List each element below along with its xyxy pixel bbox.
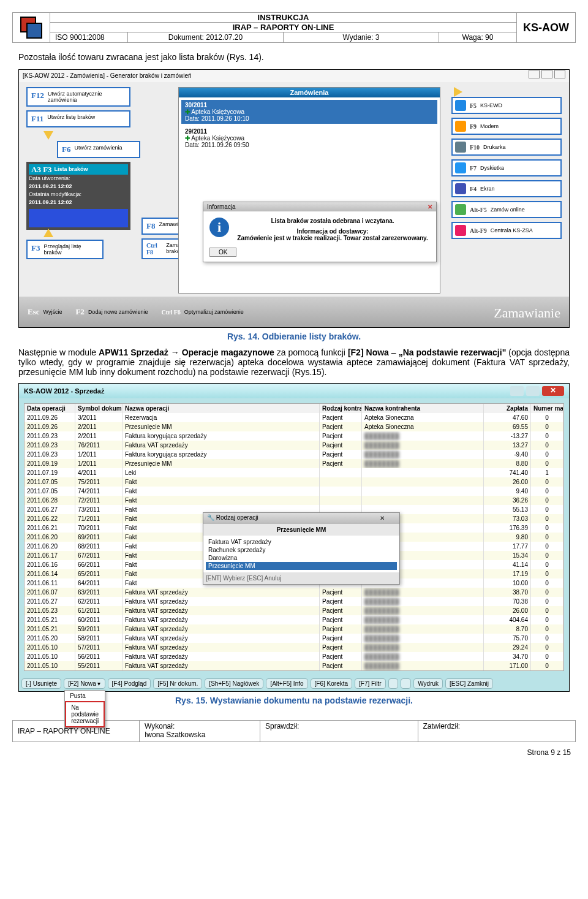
header-wydanie: Wydanie: 3 — [284, 32, 439, 42]
close-icon[interactable]: ✕ — [428, 203, 432, 210]
caption-1: Rys. 14. Odbieranie listy braków. — [18, 332, 570, 341]
toolbar-btn-10[interactable]: Wydruk — [413, 678, 443, 689]
operation-option[interactable]: Darowizna — [206, 554, 397, 562]
window-title: [KS-AOW 2012 - Zamówienia] - Generator b… — [23, 70, 192, 82]
operation-option[interactable]: Przesunięcie MM — [206, 562, 397, 570]
screenshot-sprzedaz: KS-AOW 2012 - Sprzedaż ✕ Data operacjiSy… — [18, 383, 570, 692]
col-header[interactable]: Nazwa operacji — [123, 404, 320, 413]
table-row[interactable]: 2011.05.2058/2011Faktura VAT sprzedażyPa… — [24, 634, 564, 643]
f12-button[interactable]: F12 Utwórz automatycznie zamówienia — [26, 87, 130, 107]
page-header: INSTRUKCJA IRAP – RAPORTY ON-LINE ISO 90… — [12, 12, 576, 43]
table-row[interactable]: 2011.09.263/2011RezerwacjaPacjentApteka … — [24, 413, 564, 422]
toolbar-btn-9[interactable] — [401, 678, 411, 689]
table-row[interactable]: 2011.07.0575/2011Fakt26.000 — [24, 477, 564, 487]
right-action-1[interactable]: F9Modem — [451, 118, 562, 135]
col-header[interactable]: Zapłata — [484, 404, 531, 413]
table-row[interactable]: 2011.06.0763/2011Faktura VAT sprzedażyPa… — [24, 588, 564, 597]
f6-button[interactable]: F6 Utwórz zamówienia — [57, 141, 140, 158]
toolbar-btn-0[interactable]: [-] Usunięte — [21, 678, 61, 689]
table-row[interactable]: 2011.05.1056/2011Faktura VAT sprzedażyPa… — [24, 652, 564, 661]
page-number: Strona 9 z 15 — [0, 748, 571, 757]
operation-option[interactable]: Rachunek sprzedaży — [206, 546, 397, 554]
ctrl-f6-button[interactable]: Ctrl F6Optymalizuj zamówienie — [161, 309, 243, 316]
table-row[interactable]: 2011.09.231/2011Faktura korygująca sprze… — [24, 450, 564, 459]
table-row[interactable]: 2011.05.2159/2011Faktura VAT sprzedażyPa… — [24, 624, 564, 634]
table-row[interactable]: 2011.09.191/2011Przesunięcie MMPacjent██… — [24, 459, 564, 468]
col-header[interactable]: Rodzaj kontrah. — [320, 404, 362, 413]
table-row[interactable]: 2011.05.2762/2011Faktura VAT sprzedażyPa… — [24, 597, 564, 606]
brand-text: Zamawianie — [494, 305, 560, 321]
menu-item[interactable]: Na podstawie rezerwacji — [65, 701, 105, 727]
esc-button[interactable]: EscWyjście — [28, 307, 62, 317]
f3-button[interactable]: F3 Przeglądaj listę braków — [26, 240, 104, 259]
table-row[interactable]: 2011.07.194/2011Leki741.401 — [24, 468, 564, 477]
ok-button[interactable]: OK — [209, 248, 236, 257]
right-action-2[interactable]: F10Drukarka — [451, 138, 562, 156]
screenshot-generator: [KS-AOW 2012 - Zamówienia] - Generator b… — [18, 69, 570, 328]
f3-block: F3 Przeglądaj listę braków — [26, 229, 104, 263]
toolbar-btn-8[interactable] — [388, 678, 399, 689]
toolbar-btn-4[interactable]: [Sh+F5] Nagłówek — [205, 678, 263, 689]
table-row[interactable]: 2011.05.1057/2011Faktura VAT sprzedażyPa… — [24, 643, 564, 652]
col-header[interactable]: Numer magaz. — [531, 404, 564, 413]
table-row[interactable]: 2011.05.2160/2011Faktura VAT sprzedażyPa… — [24, 615, 564, 624]
info-icon: i — [209, 218, 229, 237]
col-header[interactable]: Symbol dokumentu — [75, 404, 123, 413]
window-buttons-2[interactable]: ✕ — [510, 384, 564, 398]
toolbar-btn-7[interactable]: [F7] Filtr — [355, 678, 386, 689]
f2-menu: PustaNa podstawie rezerwacji — [64, 690, 105, 728]
right-action-5[interactable]: Alt-F5Zamów online — [451, 201, 562, 218]
right-action-6[interactable]: Alt-F9Centrala KS-ZSA — [451, 222, 562, 239]
orders-pane: Zamówienia 30/2011 ✚ Apteka Księżycowa D… — [178, 87, 440, 294]
header-waga: Waga: 90 — [439, 32, 516, 42]
rodzaj-operacji-dialog: 🔧 Rodzaj operacji✕ Przesunięcie MM Faktu… — [203, 512, 400, 585]
table-row[interactable]: 2011.09.2376/2011Faktura VAT sprzedażyPa… — [24, 441, 564, 450]
col-header[interactable]: Data operacji — [24, 404, 75, 413]
table-row[interactable]: 2011.09.262/2011Przesunięcie MMPacjentAp… — [24, 422, 564, 431]
operation-option[interactable]: Faktura VAT sprzedaży — [206, 538, 397, 546]
arrow-right-icon — [454, 87, 462, 97]
f11-button[interactable]: F11 Utwórz listę braków — [26, 110, 130, 127]
window-titlebar-2: KS-AOW 2012 - Sprzedaż ✕ — [19, 384, 569, 398]
arrow-up-icon — [43, 229, 53, 237]
f2-nowa-button[interactable]: [F2] Nowa ▾PustaNa podstawie rezerwacji — [64, 678, 105, 689]
paragraph-intro: Pozostała ilość towaru zwracana jest jak… — [18, 52, 570, 62]
header-line2: IRAP – RAPORTY ON-LINE — [50, 23, 516, 32]
bottom-bar: EscWyjście F2Dodaj nowe zamówienie Ctrl … — [19, 297, 569, 327]
bottom-toolbar: [-] Usunięte[F2] Nowa ▾PustaNa podstawie… — [19, 676, 569, 691]
order-2[interactable]: 29/2011 ✚ Apteka Księżycowa Data: 2011.0… — [181, 126, 437, 150]
f2-add-button[interactable]: F2Dodaj nowe zamówienie — [75, 307, 148, 317]
logo — [13, 13, 50, 42]
close-icon[interactable]: ✕ — [542, 386, 564, 396]
toolbar-btn-11[interactable]: [ESC] Zamknij — [445, 678, 493, 689]
header-dokument: Dokument: 2012.07.20 — [128, 32, 284, 42]
close-icon[interactable]: ✕ — [380, 514, 396, 523]
table-row[interactable]: 2011.07.0574/2011Fakt9.400 — [24, 487, 564, 496]
orders-title: Zamówienia — [179, 88, 440, 97]
toolbar-btn-3[interactable]: [F5] Nr dokum. — [153, 678, 202, 689]
window-titlebar: [KS-AOW 2012 - Zamówienia] - Generator b… — [19, 70, 569, 83]
table-row[interactable]: 2011.09.232/2011Faktura korygująca sprze… — [24, 431, 564, 441]
window-buttons[interactable] — [527, 70, 565, 82]
right-action-4[interactable]: F4Ekran — [451, 180, 562, 197]
toolbar-btn-2[interactable]: [F4] Podgląd — [108, 678, 151, 689]
table-row[interactable]: 2011.05.1055/2011Faktura VAT sprzedażyPa… — [24, 661, 564, 670]
right-actions: F5KS-EWDF9ModemF10DrukarkaF7DyskietkaF4E… — [451, 87, 562, 243]
header-ks: KS-AOW — [516, 13, 575, 42]
col-header[interactable]: Nazwa kontrahenta — [362, 404, 484, 413]
toolbar-btn-6[interactable]: [F6] Korekta — [311, 678, 352, 689]
right-action-0[interactable]: F5KS-EWD — [451, 97, 562, 114]
menu-item[interactable]: Pusta — [65, 691, 105, 701]
table-row[interactable]: 2011.06.2872/2011Fakt36.260 — [24, 496, 564, 505]
toolbar-btn-5[interactable]: [Alt+F5] Info — [266, 678, 307, 689]
header-line1: INSTRUKCJA — [50, 13, 516, 23]
header-iso: ISO 9001:2008 — [50, 32, 128, 42]
table-row[interactable]: 2011.05.2361/2011Faktura VAT sprzedażyPa… — [24, 606, 564, 615]
lista-brakow-panel: A3 F3Lista braków Data utworzenia: 2011.… — [26, 162, 130, 230]
order-1[interactable]: 30/2011 ✚ Apteka Księżycowa Data: 2011.0… — [181, 100, 437, 124]
paragraph-2: Następnie w module APW11 Sprzedaż → Oper… — [18, 347, 570, 377]
plus-icon: ✚ — [185, 135, 190, 142]
info-dialog: Informacja✕ i Lista braków została odebr… — [203, 202, 437, 262]
right-action-3[interactable]: F7Dyskietka — [451, 159, 562, 176]
plus-icon: ✚ — [185, 108, 190, 115]
